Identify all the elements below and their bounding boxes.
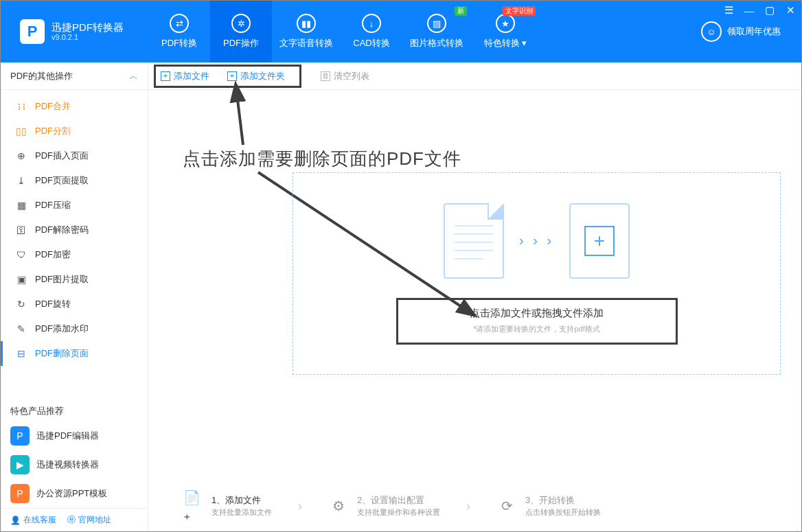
close-button[interactable]: ✕ (785, 5, 796, 16)
ppt-icon: P (10, 484, 30, 503)
delete-icon: ⊟ (16, 348, 27, 359)
minimize-button[interactable]: — (744, 5, 755, 16)
recommend-video[interactable]: ▶迅捷视频转换器 (1, 450, 148, 479)
pdf-editor-icon: P (10, 426, 30, 446)
insert-icon: ⊕ (16, 150, 27, 161)
svg-line-0 (236, 89, 243, 145)
image-icon: ▨ (427, 14, 446, 33)
app-title: 迅捷PDF转换器 (51, 22, 124, 34)
sidebar-item-merge[interactable]: ⫶⫶PDF合并 (1, 94, 148, 119)
convert-icon: ⇄ (170, 14, 189, 33)
app-version: v9.0.2.1 (51, 33, 124, 41)
sidebar-item-extract[interactable]: ⤓PDF页面提取 (1, 168, 148, 193)
header: P 迅捷PDF转换器 v9.0.2.1 ⇄PDF转换 ✲PDF操作 ▮▮文字语音… (1, 1, 801, 62)
unlock-icon: ⚿ (16, 224, 27, 235)
add-document-icon: + (569, 203, 630, 279)
drop-illustration: › › › + (444, 203, 630, 279)
user-icon: ☺ (701, 21, 722, 42)
step-2: ⚙ 2、设置输出配置支持批量操作和各种设置 (328, 494, 440, 518)
badge-ocr: 文字识别 (503, 6, 536, 16)
chevron-up-icon: ︿ (129, 70, 138, 82)
sidebar-item-lock[interactable]: 🛡PDF加密 (1, 242, 148, 267)
sidebar-item-rotate[interactable]: ↻PDF旋转 (1, 292, 148, 316)
gear-icon: ✲ (231, 14, 251, 33)
app-window: P 迅捷PDF转换器 v9.0.2.1 ⇄PDF转换 ✲PDF操作 ▮▮文字语音… (0, 0, 802, 532)
window-controls: ☰ — ▢ ✕ (723, 5, 796, 16)
sidebar-item-img-extract[interactable]: ▣PDF图片提取 (1, 267, 148, 292)
cad-icon: ↓ (362, 14, 381, 33)
sidebar-item-unlock[interactable]: ⚿PDF解除密码 (1, 218, 148, 242)
nav-special[interactable]: ★特色转换 ▾文字识别 (471, 1, 540, 62)
trash-icon: 🗑 (321, 71, 330, 81)
annotation-box-toolbar (154, 65, 301, 88)
photo-icon: ▣ (16, 274, 27, 285)
sidebar: PDF的其他操作 ︿ ⫶⫶PDF合并 ▯▯PDF分割 ⊕PDF插入页面 ⤓PDF… (1, 62, 148, 531)
sidebar-item-watermark[interactable]: ✎PDF添加水印 (1, 316, 148, 341)
step-settings-icon: ⚙ (328, 496, 349, 516)
sidebar-item-delete-page[interactable]: ⊟PDF删除页面 (1, 341, 148, 366)
lock-icon: 🛡 (16, 249, 27, 260)
split-icon: ▯▯ (16, 126, 27, 137)
rotate-icon: ↻ (16, 299, 27, 310)
body: PDF的其他操作 ︿ ⫶⫶PDF合并 ▯▯PDF分割 ⊕PDF插入页面 ⤓PDF… (1, 62, 801, 531)
sidebar-item-split[interactable]: ▯▯PDF分割 (1, 119, 148, 143)
support-link[interactable]: 👤在线客服 (10, 514, 56, 526)
extract-icon: ⤓ (16, 175, 27, 186)
compress-icon: ▦ (16, 200, 27, 211)
sidebar-footer: 👤在线客服 ⓔ官网地址 (1, 508, 148, 531)
audio-icon: ▮▮ (297, 14, 316, 33)
sidebar-menu: ⫶⫶PDF合并 ▯▯PDF分割 ⊕PDF插入页面 ⤓PDF页面提取 ▦PDF压缩… (1, 90, 148, 366)
menu-icon[interactable]: ☰ (723, 5, 734, 16)
video-icon: ▶ (10, 455, 30, 474)
arrow-dots-icon: › › › (519, 233, 554, 248)
recommend-header: 特色产品推荐 (1, 398, 148, 421)
app-logo-icon: P (20, 19, 45, 44)
nav-tabs: ⇄PDF转换 ✲PDF操作 ▮▮文字语音转换 ↓CAD转换 ▨图片格式转换新 ★… (148, 1, 540, 62)
step-1: 📄₊ 1、添加文件支持批量添加文件 (183, 494, 272, 518)
drop-zone[interactable]: › › › + 点击添加文件或拖拽文件添加 *请添加需要转换的文件，支持pdf格… (293, 172, 781, 375)
annotation-text: 点击添加需要删除页面的PDF文件 (183, 147, 461, 171)
clear-list-button[interactable]: 🗑清空列表 (314, 67, 376, 86)
nav-cad[interactable]: ↓CAD转换 (341, 1, 402, 62)
drop-text-box: 点击添加文件或拖拽文件添加 *请添加需要转换的文件，支持pdf格式 (396, 298, 678, 345)
nav-image[interactable]: ▨图片格式转换新 (402, 1, 471, 62)
chevron-right-icon: › (466, 499, 470, 513)
step-add-icon: 📄₊ (183, 496, 203, 516)
maximize-button[interactable]: ▢ (764, 5, 775, 16)
document-icon (444, 203, 504, 279)
drop-subtitle: *请添加需要转换的文件，支持pdf格式 (473, 324, 600, 334)
recommend-pdf-editor[interactable]: P迅捷PDF编辑器 (1, 421, 148, 450)
brand: P 迅捷PDF转换器 v9.0.2.1 (1, 1, 148, 62)
site-link[interactable]: ⓔ官网地址 (67, 514, 111, 526)
watermark-icon: ✎ (16, 323, 27, 334)
chevron-right-icon: › (298, 499, 302, 513)
nav-pdf-operate[interactable]: ✲PDF操作 (210, 1, 272, 62)
nav-pdf-convert[interactable]: ⇄PDF转换 (148, 1, 210, 62)
main-area: +添加文件 +添加文件夹 🗑清空列表 点击添加需要删除页面的PDF文件 (148, 62, 801, 531)
support-icon: 👤 (10, 516, 21, 525)
sidebar-item-compress[interactable]: ▦PDF压缩 (1, 193, 148, 218)
star-icon: ★ (496, 14, 515, 33)
sidebar-header[interactable]: PDF的其他操作 ︿ (1, 62, 148, 90)
badge-new: 新 (455, 6, 467, 16)
merge-icon: ⫶⫶ (16, 101, 27, 112)
drop-title: 点击添加文件或拖拽文件添加 (470, 307, 604, 320)
steps-bar: 📄₊ 1、添加文件支持批量添加文件 › ⚙ 2、设置输出配置支持批量操作和各种设… (183, 494, 781, 518)
sidebar-item-insert[interactable]: ⊕PDF插入页面 (1, 143, 148, 168)
nav-text-voice[interactable]: ▮▮文字语音转换 (272, 1, 341, 62)
step-convert-icon: ⟳ (496, 496, 517, 516)
recommend-ppt[interactable]: P办公资源PPT模板 (1, 479, 148, 508)
globe-icon: ⓔ (67, 514, 76, 526)
step-3: ⟳ 3、开始转换点击转换按钮开始转换 (496, 494, 601, 518)
